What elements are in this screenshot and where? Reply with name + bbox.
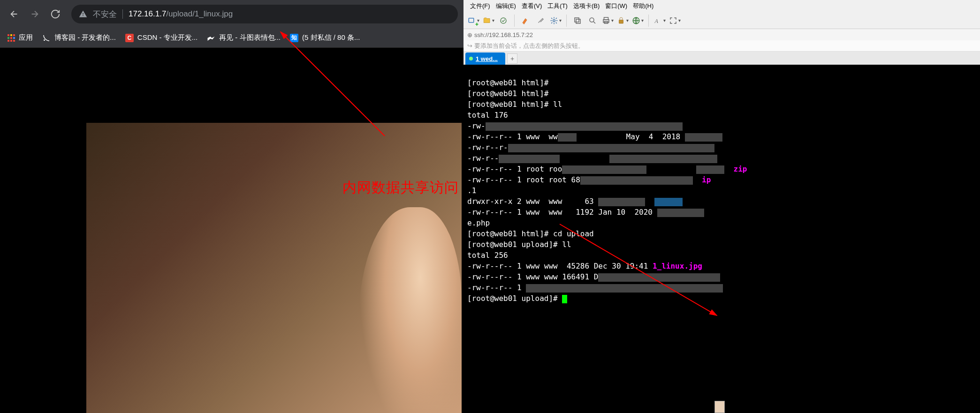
forward-button[interactable] (26, 6, 43, 23)
apps-icon (8, 34, 15, 42)
ssh-address-bar[interactable]: ⊕ ssh://192.168.15.7:22 (463, 29, 980, 40)
ssh-url: ssh://192.168.15.7:22 (474, 31, 533, 38)
fullscreen-button[interactable] (669, 15, 681, 27)
svg-text:A: A (654, 17, 658, 24)
open-button[interactable] (482, 15, 494, 27)
url-bar[interactable]: 不安全 172.16.1.7/upload/1_linux.jpg (71, 5, 458, 23)
bookmarks-bar: 应用 博客园 - 开发者的... C CSDN - 专业开发... 再见 - 斗… (0, 28, 463, 48)
menu-edit[interactable]: 编辑(E) (493, 1, 519, 11)
tab-session-1[interactable]: 1 wed... (465, 53, 505, 65)
svg-rect-1 (469, 18, 474, 22)
back-button[interactable] (6, 6, 23, 23)
add-tab-button[interactable]: + (507, 53, 517, 64)
image-content (86, 123, 462, 413)
url-divider (122, 9, 123, 19)
new-session-button[interactable]: + (467, 15, 479, 27)
tab-label: 1 wed... (476, 55, 498, 62)
menu-help[interactable]: 帮助(H) (630, 1, 656, 11)
menu-file[interactable]: 文件(F) (467, 1, 493, 11)
arrow-icon: ↪ (467, 42, 472, 49)
session-hint-bar: ↪ 要添加当前会话，点击左侧的箭头按钮。 (463, 40, 980, 52)
cursor (562, 295, 567, 303)
swallow-icon (207, 34, 215, 42)
annotation-arrow-1 (277, 28, 389, 141)
svg-point-6 (590, 18, 594, 22)
svg-rect-4 (576, 19, 580, 23)
bookmark-label: CSDN - 专业开发... (137, 33, 198, 42)
tab-bar: 1 wed... + (463, 52, 980, 65)
font-button[interactable]: A (653, 15, 666, 27)
svg-point-2 (501, 18, 506, 23)
toolbar: + A (463, 12, 980, 29)
menu-view[interactable]: 查看(V) (519, 1, 545, 11)
svg-rect-5 (575, 18, 579, 22)
apps-button[interactable]: 应用 (8, 33, 33, 42)
reload-button[interactable] (47, 6, 64, 23)
svg-point-3 (553, 19, 555, 22)
menu-bar: 文件(F) 编辑(E) 查看(V) 工具(T) 选项卡(B) 窗口(W) 帮助(… (463, 0, 980, 12)
cnblogs-icon (42, 34, 51, 42)
url-text: 172.16.1.7/upload/1_linux.jpg (129, 9, 233, 19)
browser-content (0, 48, 463, 413)
svg-point-0 (44, 39, 45, 41)
csdn-icon: C (125, 34, 134, 42)
bookmark-label: 再见 - 斗图表情包... (219, 33, 281, 42)
browser-window: 不安全 172.16.1.7/upload/1_linux.jpg 应用 博客园… (0, 0, 463, 413)
svg-line-14 (281, 32, 385, 136)
security-label: 不安全 (93, 9, 117, 20)
settings-button[interactable] (549, 15, 562, 27)
bookmark-cnblogs[interactable]: 博客园 - 开发者的... (42, 33, 116, 42)
svg-rect-10 (619, 20, 623, 23)
menu-tools[interactable]: 工具(T) (545, 1, 570, 11)
bookmark-label: 博客园 - 开发者的... (54, 33, 116, 42)
lock-button[interactable] (616, 15, 629, 27)
copy-button[interactable] (571, 15, 584, 27)
insecure-icon (79, 10, 87, 18)
image-thumbnail (714, 401, 725, 413)
terminal-app-window: 文件(F) 编辑(E) 查看(V) 工具(T) 选项卡(B) 窗口(W) 帮助(… (463, 0, 980, 413)
hint-text: 要添加当前会话，点击左侧的箭头按钮。 (474, 42, 584, 50)
bookmark-csdn[interactable]: C CSDN - 专业开发... (125, 33, 198, 42)
web-button[interactable] (631, 15, 644, 27)
highlight-button[interactable] (519, 15, 532, 27)
search-button[interactable] (586, 15, 599, 27)
browser-nav-bar: 不安全 172.16.1.7/upload/1_linux.jpg (0, 0, 463, 28)
eyedropper-button[interactable] (534, 15, 547, 27)
menu-tabs[interactable]: 选项卡(B) (570, 1, 602, 11)
terminal-output[interactable]: [root@web01 html]# [root@web01 html]# [r… (463, 65, 980, 413)
apps-label: 应用 (19, 33, 33, 42)
print-button[interactable] (601, 15, 614, 27)
annotation-text: 内网数据共享访问 (342, 178, 459, 197)
connect-button[interactable] (497, 15, 509, 27)
bookmark-doutu[interactable]: 再见 - 斗图表情包... (207, 33, 281, 42)
file-1-linux-jpg: 1_linux.jpg (653, 262, 702, 270)
link-icon: ⊕ (467, 31, 472, 38)
menu-window[interactable]: 窗口(W) (602, 1, 630, 11)
